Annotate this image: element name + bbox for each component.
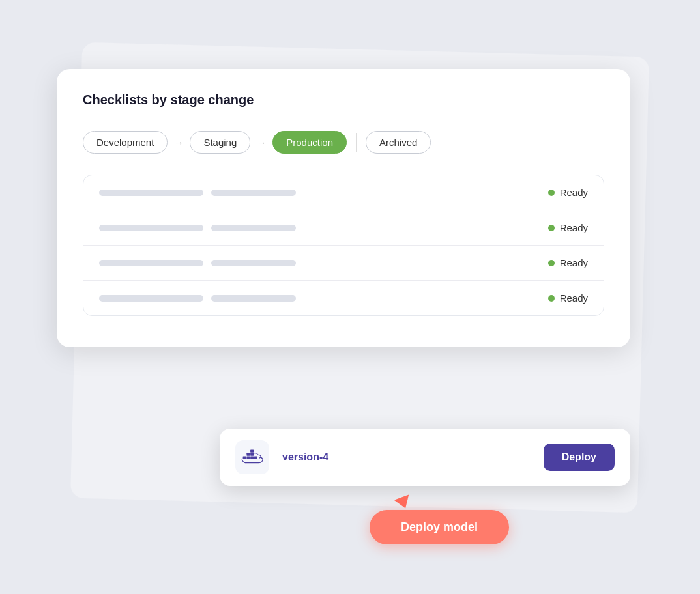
stage-divider: [356, 133, 357, 152]
deploy-card: version-4 Deploy: [220, 429, 630, 486]
table-row: Ready: [83, 281, 604, 315]
row-bars: [99, 260, 296, 266]
table-row: Ready: [83, 210, 604, 246]
docker-icon-wrap: [235, 440, 269, 474]
status-dot: [548, 260, 555, 266]
version-label: version-4: [282, 451, 531, 463]
status-label: Ready: [560, 292, 588, 304]
status-label: Ready: [560, 222, 588, 233]
stage-archived[interactable]: Archived: [366, 131, 431, 154]
row-bars: [99, 225, 296, 231]
row-status: Ready: [548, 292, 588, 304]
row-bars: [99, 295, 296, 302]
status-dot: [548, 225, 555, 231]
bar-placeholder: [211, 260, 296, 266]
arrow-2: →: [257, 137, 266, 148]
status-dot: [548, 295, 555, 302]
bar-placeholder: [99, 190, 203, 196]
bar-placeholder: [99, 260, 203, 266]
stage-development[interactable]: Development: [83, 131, 168, 154]
svg-rect-2: [250, 457, 254, 459]
stage-staging[interactable]: Staging: [190, 131, 250, 154]
arrow-1: →: [174, 137, 183, 148]
card-title: Checklists by stage change: [83, 92, 604, 107]
status-label: Ready: [560, 257, 588, 268]
deploy-model-button[interactable]: Deploy model: [370, 510, 509, 544]
svg-rect-4: [246, 453, 250, 456]
status-label: Ready: [560, 187, 588, 198]
deploy-button[interactable]: Deploy: [544, 444, 615, 471]
row-status: Ready: [548, 257, 588, 268]
svg-rect-6: [250, 449, 254, 452]
status-dot: [548, 190, 555, 196]
svg-rect-0: [243, 457, 246, 459]
bar-placeholder: [211, 225, 296, 231]
svg-rect-5: [250, 453, 254, 456]
bar-placeholder: [211, 190, 296, 196]
row-status: Ready: [548, 222, 588, 233]
svg-rect-1: [246, 457, 250, 459]
row-status: Ready: [548, 187, 588, 198]
table-row: Ready: [83, 175, 604, 210]
stage-production[interactable]: Production: [272, 131, 347, 154]
checklist-container: Ready Ready: [83, 175, 604, 316]
main-card: Checklists by stage change Development →…: [57, 69, 630, 347]
docker-icon: [241, 446, 264, 469]
stage-flow: Development → Staging → Production Archi…: [83, 131, 604, 154]
row-bars: [99, 190, 296, 196]
svg-rect-3: [254, 457, 257, 459]
bar-placeholder: [211, 295, 296, 302]
table-row: Ready: [83, 246, 604, 281]
bar-placeholder: [99, 295, 203, 302]
bar-placeholder: [99, 225, 203, 231]
